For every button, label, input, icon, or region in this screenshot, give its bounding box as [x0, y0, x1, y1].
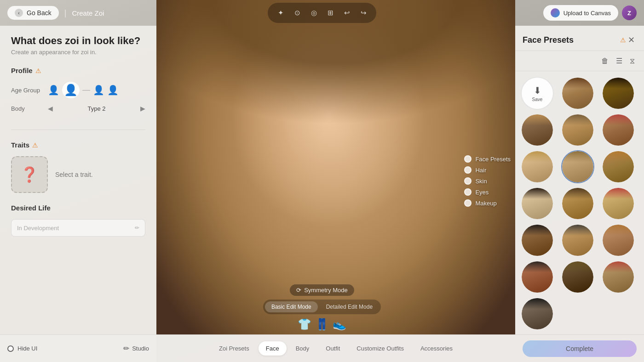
- presets-grid: ⬇ Save: [515, 71, 644, 334]
- side-menu-skin[interactable]: Skin: [464, 177, 511, 185]
- preset-item-4[interactable]: [561, 113, 594, 147]
- face-presets-close-button[interactable]: ✕: [626, 33, 637, 47]
- studio-icon: ✏: [123, 344, 129, 353]
- side-menu-face-presets[interactable]: Face Presets: [464, 155, 511, 163]
- age-group-row: Age Group 👤 👤 — 👤 👤: [11, 82, 145, 98]
- preset-face-14: [603, 225, 634, 256]
- face-presets-header: Face Presets ⚠ ✕: [515, 26, 644, 51]
- profile-title: Profile: [11, 67, 33, 74]
- sort-presets-button[interactable]: ☰: [614, 55, 624, 67]
- preset-face-3: [522, 114, 553, 146]
- profile-section: Profile ⚠ Age Group 👤 👤 — 👤 👤 Body ◀ Typ…: [11, 67, 145, 130]
- tab-customize-outfits[interactable]: Customize Outfits: [349, 341, 411, 356]
- basic-edit-mode-button[interactable]: Basic Edit Mode: [265, 301, 318, 312]
- traits-title: Traits: [11, 141, 29, 149]
- upload-to-canvas-button[interactable]: Upload to Canvas: [543, 5, 618, 21]
- page-title: What does zoi in look like?: [11, 35, 145, 47]
- desired-life-field[interactable]: In Development ✏: [11, 219, 145, 237]
- redo-tool-button[interactable]: ↪: [356, 6, 371, 20]
- preset-item-2[interactable]: [602, 77, 635, 110]
- symmetry-mode-button[interactable]: ⟳ Symmetry Mode: [290, 284, 354, 296]
- create-title: Create Zoi: [72, 9, 104, 17]
- undo-tool-button[interactable]: ↩: [339, 6, 354, 20]
- preset-item-17[interactable]: [602, 260, 635, 294]
- age-figure-3[interactable]: —: [82, 85, 90, 95]
- age-figure-5[interactable]: 👤: [107, 85, 119, 96]
- sparkle-tool-button[interactable]: ✦: [273, 6, 288, 20]
- preset-hair-12: [522, 225, 553, 236]
- detailed-edit-mode-button[interactable]: Detailed Edit Mode: [320, 301, 379, 312]
- side-menu-eyes[interactable]: Eyes: [464, 188, 511, 196]
- preset-hair-1: [562, 78, 593, 89]
- preset-face-16: [562, 261, 593, 293]
- preset-item-14[interactable]: [602, 224, 635, 257]
- preset-hair-9: [522, 188, 553, 199]
- preset-hair-2: [603, 78, 634, 89]
- desired-life-header: Desired Life: [11, 204, 145, 212]
- side-menu-label-eyes: Eyes: [475, 189, 489, 196]
- shoes-icon[interactable]: 👟: [333, 318, 346, 331]
- hide-ui-radio[interactable]: [7, 345, 14, 352]
- age-figure-1[interactable]: 👤: [48, 85, 59, 96]
- body-row: Body ◀ Type 2 ▶: [11, 105, 145, 112]
- side-menu-label-makeup: Makeup: [475, 200, 496, 207]
- tab-zoi-presets[interactable]: Zoi Presets: [212, 341, 257, 356]
- preset-item-8[interactable]: [602, 150, 635, 183]
- face-presets-actions: 🗑 ☰ ⧖: [515, 51, 644, 71]
- camera-tool-button[interactable]: ⊙: [290, 6, 305, 20]
- preset-face-4: [562, 114, 593, 146]
- trait-row: ❓ Select a trait.: [11, 156, 145, 193]
- preset-item-12[interactable]: [521, 224, 554, 257]
- preset-item-15[interactable]: [521, 260, 554, 294]
- face-presets-title: Face Presets: [523, 35, 617, 45]
- preset-face-13: [562, 225, 593, 256]
- back-button[interactable]: ‹ Go Back: [7, 6, 59, 20]
- preset-hair-5: [603, 114, 634, 125]
- tab-outfit[interactable]: Outfit: [318, 341, 347, 356]
- preset-hair-7: [562, 151, 593, 162]
- bottom-nav-tabs: Zoi Presets Face Body Outfit Customize O…: [156, 341, 515, 356]
- preset-face-8: [603, 151, 634, 182]
- hide-ui-label: Hide UI: [17, 345, 37, 352]
- preset-item-1[interactable]: [561, 77, 594, 110]
- preset-item-9[interactable]: [521, 187, 554, 220]
- user-avatar[interactable]: Z: [622, 6, 637, 20]
- preset-hair-6: [522, 151, 553, 162]
- filter-presets-button[interactable]: ⧖: [628, 55, 637, 67]
- body-prev-button[interactable]: ◀: [48, 105, 53, 112]
- preset-item-18[interactable]: [521, 297, 554, 330]
- preset-item-16[interactable]: [561, 260, 594, 294]
- tab-face[interactable]: Face: [259, 341, 287, 356]
- pants-icon[interactable]: 👖: [315, 318, 329, 331]
- save-preset-button[interactable]: ⬇ Save: [521, 77, 554, 110]
- preset-item-10[interactable]: [561, 187, 594, 220]
- preset-item-7[interactable]: [561, 150, 594, 183]
- preset-item-3[interactable]: [521, 113, 554, 147]
- face-scan-tool-button[interactable]: ◎: [306, 6, 321, 20]
- studio-button[interactable]: ✏ Studio: [123, 344, 149, 353]
- preset-hair-11: [603, 188, 634, 199]
- tab-body[interactable]: Body: [288, 341, 317, 356]
- preset-item-11[interactable]: [602, 187, 635, 220]
- face-presets-panel: Face Presets ⚠ ✕ 🗑 ☰ ⧖ ⬇ Save: [515, 26, 644, 334]
- preset-hair-8: [603, 151, 634, 162]
- preset-item-5[interactable]: [602, 113, 635, 147]
- body-next-button[interactable]: ▶: [140, 105, 145, 112]
- preset-item-13[interactable]: [561, 224, 594, 257]
- complete-button[interactable]: Complete: [523, 340, 637, 357]
- tab-accessories[interactable]: Accessories: [413, 341, 460, 356]
- preset-hair-17: [603, 261, 634, 272]
- age-figure-4[interactable]: 👤: [93, 85, 104, 96]
- trait-card[interactable]: ❓: [11, 156, 48, 193]
- grid-tool-button[interactable]: ⊞: [323, 6, 338, 20]
- delete-preset-button[interactable]: 🗑: [599, 55, 610, 67]
- age-figure-2[interactable]: 👤: [62, 82, 80, 98]
- preset-face-9: [522, 188, 553, 219]
- preset-item-6[interactable]: [521, 150, 554, 183]
- shirt-icon[interactable]: 👕: [298, 318, 311, 331]
- edit-mode-row: Basic Edit Mode Detailed Edit Mode: [263, 300, 381, 314]
- traits-warning-icon: ⚠: [32, 141, 38, 149]
- side-menu-makeup[interactable]: Makeup: [464, 199, 511, 207]
- side-menu-hair[interactable]: Hair: [464, 166, 511, 174]
- age-group-label: Age Group: [11, 87, 48, 94]
